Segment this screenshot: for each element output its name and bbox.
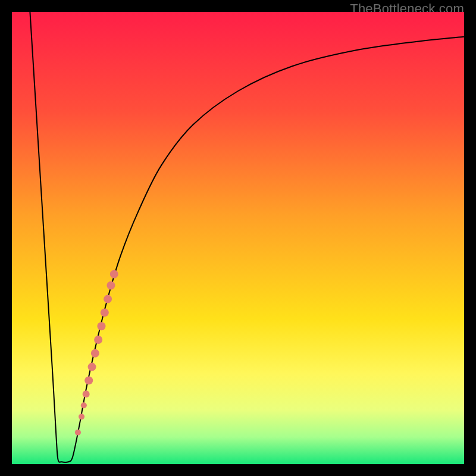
chart-frame: TheBottleneck.com [0, 0, 476, 476]
highlight-dot [84, 376, 93, 384]
highlight-dot [75, 430, 81, 436]
highlight-dot [83, 390, 90, 397]
highlight-dot [88, 363, 96, 371]
highlight-dot [81, 402, 87, 408]
highlight-dot [94, 336, 102, 344]
highlight-dot [104, 295, 112, 303]
highlight-dot [97, 322, 105, 330]
highlight-dot [91, 349, 99, 358]
highlight-dot [101, 308, 109, 317]
highlight-dot [110, 270, 118, 278]
bottleneck-chart [12, 12, 464, 464]
highlight-dot [79, 414, 84, 419]
gradient-background [12, 12, 464, 464]
highlight-dot [107, 281, 115, 290]
